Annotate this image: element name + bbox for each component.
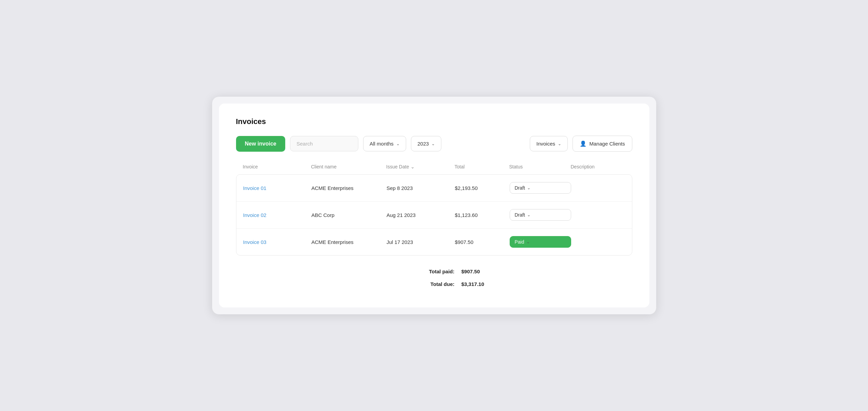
table-row: Invoice 01 ACME Enterprises Sep 8 2023 $… (236, 175, 632, 202)
status-chevron-3: ⌄ (526, 239, 530, 244)
total-paid-row: Total paid: $907.50 (243, 265, 632, 278)
issue-date-3: Jul 17 2023 (387, 239, 455, 245)
type-dropdown[interactable]: Invoices ⌄ (530, 136, 568, 151)
total-paid-label: Total paid: (393, 269, 461, 274)
issue-date-sort-icon: ⌄ (411, 164, 415, 169)
issue-date-2: Aug 21 2023 (387, 212, 455, 218)
person-icon: 👤 (580, 140, 587, 147)
year-chevron-icon: ⌄ (431, 141, 435, 146)
total-paid-value: $907.50 (461, 269, 516, 274)
page-title: Invoices (236, 117, 632, 126)
status-chevron-1: ⌄ (527, 186, 531, 190)
total-3: $907.50 (455, 239, 510, 245)
manage-clients-button[interactable]: 👤 Manage Clients (573, 136, 632, 152)
status-badge-3[interactable]: Paid ⌄ (510, 236, 571, 248)
type-dropdown-label: Invoices (536, 141, 555, 147)
table-row: Invoice 02 ABC Corp Aug 21 2023 $1,123.6… (236, 202, 632, 229)
col-header-total: Total (455, 164, 509, 169)
col-header-invoice: Invoice (243, 164, 311, 169)
table-body: Invoice 01 ACME Enterprises Sep 8 2023 $… (236, 174, 632, 256)
year-dropdown-label: 2023 (417, 141, 429, 147)
table-row: Invoice 03 ACME Enterprises Jul 17 2023 … (236, 229, 632, 255)
manage-clients-label: Manage Clients (589, 141, 625, 147)
total-2: $1,123.60 (455, 212, 510, 218)
months-dropdown-label: All months (370, 141, 394, 147)
new-invoice-button[interactable]: New invoice (236, 136, 285, 152)
invoice-02-link[interactable]: Invoice 02 (243, 212, 312, 218)
toolbar: New invoice All months ⌄ 2023 ⌄ Invoices… (236, 136, 632, 152)
client-name-1: ACME Enterprises (312, 185, 387, 191)
status-chevron-2: ⌄ (527, 213, 531, 217)
col-header-status: Status (509, 164, 571, 169)
total-1: $2,193.50 (455, 185, 510, 191)
total-due-label: Total due: (393, 281, 461, 287)
totals-section: Total paid: $907.50 Total due: $3,317.10 (236, 265, 632, 290)
col-header-client-name: Client name (311, 164, 386, 169)
app-window: Invoices New invoice All months ⌄ 2023 ⌄… (212, 97, 656, 314)
col-header-description: Description (571, 164, 625, 169)
col-header-issue-date[interactable]: Issue Date ⌄ (386, 164, 455, 169)
search-input[interactable] (290, 136, 358, 151)
table-header: Invoice Client name Issue Date ⌄ Total S… (236, 164, 632, 174)
status-badge-2[interactable]: Draft ⌄ (510, 209, 571, 221)
content-card: Invoices New invoice All months ⌄ 2023 ⌄… (219, 104, 649, 307)
year-dropdown[interactable]: 2023 ⌄ (411, 136, 441, 151)
client-name-3: ACME Enterprises (312, 239, 387, 245)
months-dropdown[interactable]: All months ⌄ (363, 136, 406, 151)
client-name-2: ABC Corp (312, 212, 387, 218)
status-badge-1[interactable]: Draft ⌄ (510, 182, 571, 194)
type-chevron-icon: ⌄ (558, 141, 561, 146)
total-due-row: Total due: $3,317.10 (243, 278, 632, 290)
invoices-table: Invoice Client name Issue Date ⌄ Total S… (236, 164, 632, 290)
issue-date-1: Sep 8 2023 (387, 185, 455, 191)
months-chevron-icon: ⌄ (396, 141, 400, 146)
invoice-01-link[interactable]: Invoice 01 (243, 185, 312, 191)
total-due-value: $3,317.10 (461, 281, 516, 287)
invoice-03-link[interactable]: Invoice 03 (243, 239, 312, 245)
